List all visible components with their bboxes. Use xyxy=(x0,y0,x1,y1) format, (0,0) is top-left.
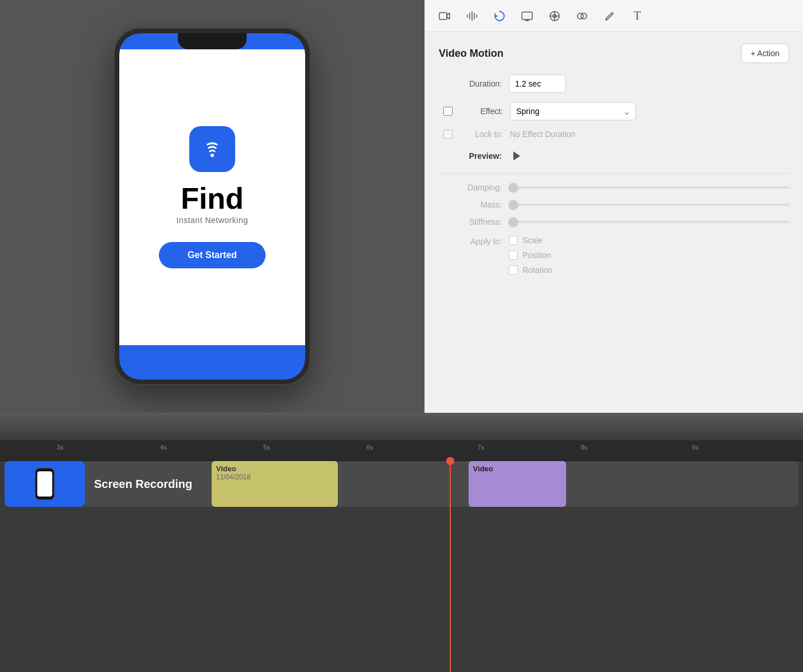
damping-label: Damping: xyxy=(439,183,502,192)
duration-label: Duration: xyxy=(439,79,502,88)
svg-rect-2 xyxy=(522,12,532,19)
effect-label: Effect: xyxy=(457,107,503,116)
preview-play-button[interactable] xyxy=(509,148,525,164)
stiffness-slider[interactable] xyxy=(509,221,789,223)
clip-yellow-date: 11/04/2018 xyxy=(216,473,333,481)
timeline-area: 3s 4s 5s 6s 7s 8s 9s Scr xyxy=(0,413,803,672)
scale-label: Scale xyxy=(523,236,543,245)
duration-row: Duration: xyxy=(439,75,789,93)
pen-toolbar-icon[interactable] xyxy=(599,6,620,26)
phone-frame: Find Instant Networking Get Started xyxy=(115,29,310,384)
timeline-tracks-container: Screen Recording Video 11/04/2018 Video xyxy=(0,461,803,672)
animation-toolbar-icon[interactable] xyxy=(489,6,510,26)
ruler-8s: 8s xyxy=(581,444,588,451)
damping-thumb xyxy=(509,183,518,192)
link-toolbar-icon[interactable] xyxy=(572,6,592,26)
cursor-toolbar-icon[interactable] xyxy=(544,6,565,26)
svg-point-0 xyxy=(211,154,214,157)
action-button[interactable]: + Action xyxy=(741,44,789,63)
timeline-ruler: 3s 4s 5s 6s 7s 8s 9s xyxy=(0,440,803,461)
rotation-checkbox[interactable] xyxy=(509,265,518,275)
position-check-row: Position xyxy=(509,251,552,260)
preview-label: Preview: xyxy=(439,151,502,161)
mass-thumb xyxy=(509,200,518,209)
thumb-phone-shape xyxy=(35,468,54,500)
panel-toolbar: T xyxy=(425,0,803,32)
svg-rect-1 xyxy=(439,13,447,19)
ruler-container: 3s 4s 5s 6s 7s 8s 9s xyxy=(5,444,798,458)
play-icon xyxy=(513,151,520,161)
position-checkbox[interactable] xyxy=(509,251,518,260)
video-clip-yellow[interactable]: Video 11/04/2018 xyxy=(212,461,338,507)
scale-check-row: Scale xyxy=(509,236,552,245)
effect-row: Effect: Spring Ease In Ease Out Linear xyxy=(439,102,789,120)
scale-checkbox[interactable] xyxy=(509,236,518,245)
effect-select-wrapper: Spring Ease In Ease Out Linear xyxy=(510,102,636,120)
canvas-bg: Find Instant Networking Get Started xyxy=(0,0,424,413)
divider xyxy=(439,173,789,174)
phone-bottom xyxy=(119,345,305,380)
lock-to-row: Lock to: No Effect Duration xyxy=(439,130,789,139)
preview-row: Preview: xyxy=(439,148,789,164)
wifi-symbol-icon xyxy=(200,136,225,162)
ruler-4s: 4s xyxy=(160,444,167,451)
audio-toolbar-icon[interactable] xyxy=(462,6,482,26)
apply-to-row: Apply to: Scale Position Rotation xyxy=(439,236,789,275)
clip-purple-title: Video xyxy=(473,464,562,473)
text-toolbar-icon[interactable]: T xyxy=(627,6,648,26)
playhead-head xyxy=(446,457,454,465)
damping-slider[interactable] xyxy=(509,186,789,189)
mass-row: Mass: xyxy=(439,200,789,209)
playhead[interactable] xyxy=(450,461,451,672)
get-started-button[interactable]: Get Started xyxy=(159,242,266,268)
position-label: Position xyxy=(523,251,551,260)
no-effect-duration-text: No Effect Duration xyxy=(510,130,575,139)
rotation-label: Rotation xyxy=(523,265,552,275)
video-toolbar-icon[interactable] xyxy=(434,6,455,26)
timeline-separator xyxy=(0,413,803,440)
stiffness-thumb xyxy=(509,217,518,226)
clip-yellow-title: Video xyxy=(216,464,333,473)
panel-header: Video Motion + Action xyxy=(439,44,789,63)
rotation-check-row: Rotation xyxy=(509,265,552,275)
thumb-screen-white xyxy=(37,471,52,497)
ruler-7s: 7s xyxy=(478,444,485,451)
track-body: Screen Recording Video 11/04/2018 Video xyxy=(85,461,798,507)
phone-content: Find Instant Networking Get Started xyxy=(119,49,305,345)
mass-label: Mass: xyxy=(439,200,502,209)
app-title: Find xyxy=(181,183,244,213)
video-clip-purple[interactable]: Video xyxy=(469,461,566,507)
phone-screen: Find Instant Networking Get Started xyxy=(119,33,305,380)
app-subtitle: Instant Networking xyxy=(177,216,248,225)
app-icon xyxy=(189,126,235,172)
duration-input[interactable] xyxy=(509,75,566,93)
ruler-5s: 5s xyxy=(263,444,270,451)
apply-to-label: Apply to: xyxy=(439,236,502,246)
mass-slider[interactable] xyxy=(509,204,789,206)
stiffness-row: Stiffness: xyxy=(439,217,789,226)
ruler-9s: 9s xyxy=(692,444,699,451)
stiffness-label: Stiffness: xyxy=(439,217,502,226)
panel-title: Video Motion xyxy=(439,48,504,60)
track-label-text: Screen Recording xyxy=(94,478,192,491)
ruler-3s: 3s xyxy=(57,444,64,451)
main-track-row: Screen Recording Video 11/04/2018 Video xyxy=(0,461,803,507)
svg-point-8 xyxy=(581,13,587,19)
right-panel: T Video Motion + Action Duration: Effect… xyxy=(424,0,803,413)
phone-notch xyxy=(178,33,247,49)
canvas-area: Find Instant Networking Get Started xyxy=(0,0,424,413)
track-thumbnail xyxy=(5,461,85,507)
lock-to-checkbox[interactable] xyxy=(443,130,453,139)
effect-checkbox[interactable] xyxy=(443,107,453,116)
damping-row: Damping: xyxy=(439,183,789,192)
lock-to-label: Lock to: xyxy=(457,130,503,139)
screen-toolbar-icon[interactable] xyxy=(517,6,537,26)
apply-to-checks: Scale Position Rotation xyxy=(509,236,552,275)
effect-select[interactable]: Spring Ease In Ease Out Linear xyxy=(510,102,636,120)
panel-content: Video Motion + Action Duration: Effect: … xyxy=(425,32,803,413)
ruler-6s: 6s xyxy=(367,444,373,451)
